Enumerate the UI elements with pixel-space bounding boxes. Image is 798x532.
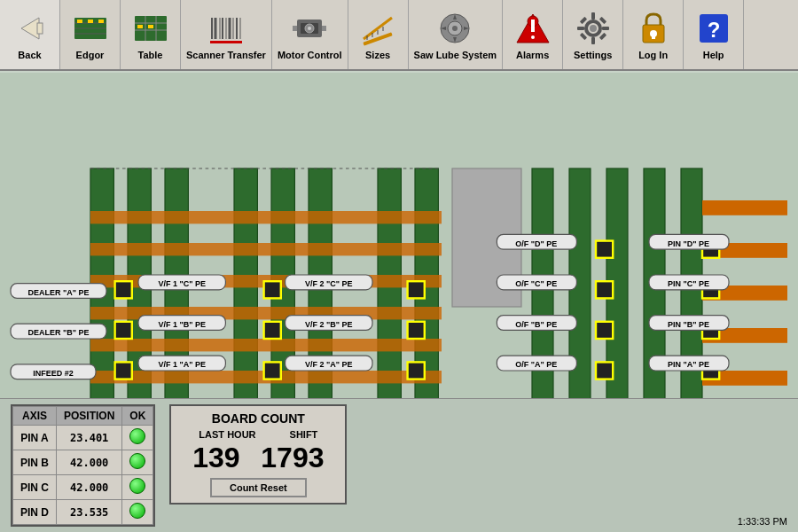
- back-label: Back: [18, 50, 41, 60]
- ok-col-header: OK: [122, 407, 153, 426]
- axis-name: PIN C: [13, 475, 57, 500]
- svg-text:PIN "D" PE: PIN "D" PE: [668, 239, 709, 248]
- toolbar: Back Edgor: [0, 0, 798, 71]
- svg-rect-53: [577, 27, 584, 30]
- svg-point-40: [452, 26, 458, 31]
- sizes-button[interactable]: Sizes: [348, 0, 409, 69]
- svg-rect-72: [415, 168, 438, 434]
- svg-rect-58: [598, 33, 606, 40]
- svg-rect-6: [77, 20, 82, 23]
- svg-rect-102: [115, 281, 132, 298]
- svg-rect-61: [652, 34, 655, 39]
- svg-text:V/F 2 "A" PE: V/F 2 "A" PE: [305, 360, 353, 369]
- help-button[interactable]: ? Help: [684, 0, 744, 69]
- axis-position: 23.401: [57, 426, 122, 450]
- svg-rect-111: [596, 241, 613, 258]
- scanner-transfer-button[interactable]: Scanner Transfer: [181, 0, 272, 69]
- svg-text:V/F 1 "A" PE: V/F 1 "A" PE: [158, 360, 206, 369]
- svg-rect-109: [408, 322, 425, 339]
- alarms-button[interactable]: Alarms: [503, 0, 563, 69]
- axis-name: PIN D: [13, 500, 57, 525]
- svg-rect-52: [591, 37, 595, 44]
- svg-rect-104: [115, 362, 132, 379]
- svg-rect-105: [264, 281, 281, 298]
- last-hour-header: LAST HOUR: [199, 429, 255, 440]
- svg-rect-74: [90, 243, 442, 255]
- edgor-button[interactable]: Edgor: [60, 0, 121, 69]
- axis-ok: [122, 426, 153, 450]
- svg-text:V/F 2 "C" PE: V/F 2 "C" PE: [305, 279, 353, 288]
- board-count-panel: BOARD COUNT LAST HOUR SHIFT 139 1793 Cou…: [169, 404, 347, 505]
- svg-rect-14: [137, 25, 143, 28]
- axis-table-row: PIN A 23.401: [13, 426, 153, 450]
- svg-rect-87: [702, 200, 787, 215]
- help-icon: ?: [694, 9, 733, 48]
- motor-icon: [290, 9, 329, 48]
- svg-text:O/F "D" PE: O/F "D" PE: [515, 239, 557, 248]
- saw-lube-label: Saw Lube System: [414, 50, 497, 60]
- svg-point-50: [590, 25, 597, 32]
- svg-text:PIN "A" PE: PIN "A" PE: [668, 360, 709, 369]
- last-hour-count: 139: [192, 442, 239, 474]
- svg-rect-110: [408, 362, 425, 379]
- svg-rect-55: [579, 17, 586, 24]
- axis-table: AXIS POSITION OK PIN A 23.401 PIN B 42.0…: [11, 404, 155, 527]
- sizes-label: Sizes: [365, 50, 390, 60]
- alarms-icon: [513, 9, 552, 48]
- table-icon: [131, 9, 170, 48]
- svg-rect-7: [88, 20, 93, 23]
- svg-rect-57: [579, 33, 586, 40]
- svg-rect-113: [596, 322, 613, 339]
- svg-rect-103: [115, 322, 132, 339]
- axis-position: 42.000: [57, 475, 122, 500]
- axis-table-row: PIN D 23.535: [13, 500, 153, 525]
- svg-rect-56: [598, 17, 606, 24]
- svg-rect-114: [596, 362, 613, 379]
- scanner-icon: [207, 9, 246, 48]
- svg-text:O/F "A" PE: O/F "A" PE: [515, 360, 557, 369]
- saw-icon: [435, 9, 474, 48]
- saw-lube-button[interactable]: Saw Lube System: [409, 0, 504, 69]
- position-col-header: POSITION: [57, 407, 122, 426]
- svg-point-48: [531, 35, 535, 39]
- login-button[interactable]: Log In: [623, 0, 684, 69]
- svg-point-29: [308, 27, 311, 30]
- settings-button[interactable]: Settings: [563, 0, 623, 69]
- table-label: Table: [138, 50, 163, 60]
- axis-ok: [122, 500, 153, 525]
- svg-text:DEALER "B" PE: DEALER "B" PE: [27, 328, 89, 337]
- svg-rect-51: [591, 12, 595, 20]
- svg-rect-65: [90, 168, 113, 434]
- table-button[interactable]: Table: [121, 0, 181, 69]
- svg-rect-112: [596, 281, 613, 298]
- svg-text:V/F 1 "C" PE: V/F 1 "C" PE: [158, 279, 206, 288]
- svg-rect-77: [90, 339, 442, 351]
- svg-rect-15: [148, 25, 153, 28]
- svg-rect-106: [264, 322, 281, 339]
- axis-position: 42.000: [57, 450, 122, 475]
- svg-rect-54: [602, 27, 609, 30]
- svg-text:?: ?: [707, 18, 720, 42]
- sizes-icon: [358, 9, 397, 48]
- svg-rect-69: [271, 168, 294, 434]
- svg-text:V/F 2 "B" PE: V/F 2 "B" PE: [305, 320, 353, 329]
- svg-rect-1: [37, 23, 43, 34]
- help-label: Help: [703, 50, 724, 60]
- svg-rect-25: [210, 41, 242, 43]
- svg-rect-30: [293, 26, 297, 31]
- svg-text:PIN "C" PE: PIN "C" PE: [668, 279, 709, 288]
- svg-rect-47: [531, 20, 535, 32]
- svg-rect-68: [234, 168, 257, 434]
- back-button[interactable]: Back: [0, 0, 60, 69]
- svg-rect-8: [98, 20, 104, 23]
- count-reset-button[interactable]: Count Reset: [210, 478, 307, 497]
- bottom-panel: AXIS POSITION OK PIN A 23.401 PIN B 42.0…: [0, 398, 798, 532]
- edgor-icon: [71, 9, 110, 48]
- login-label: Log In: [638, 50, 668, 60]
- axis-name: PIN A: [13, 426, 57, 450]
- svg-rect-70: [309, 168, 332, 434]
- motor-control-button[interactable]: Motor Control: [272, 0, 348, 69]
- svg-rect-71: [378, 168, 401, 434]
- svg-marker-0: [21, 18, 39, 39]
- svg-rect-107: [264, 362, 281, 379]
